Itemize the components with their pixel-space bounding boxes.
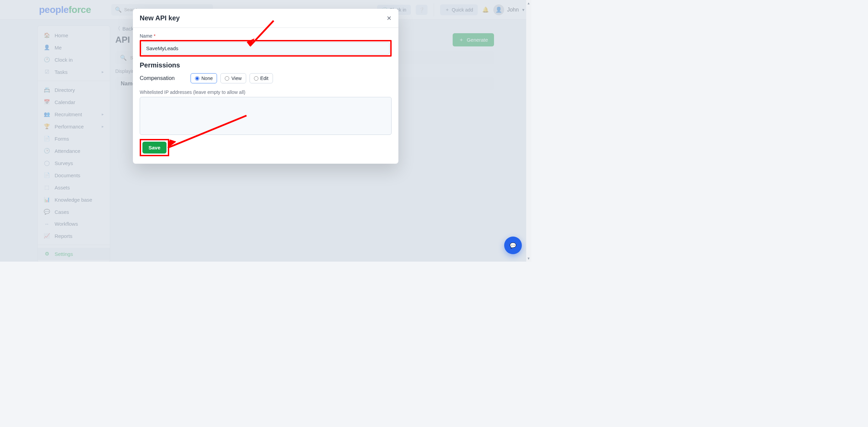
- perm-none-radio[interactable]: [195, 76, 199, 81]
- close-icon[interactable]: ✕: [387, 15, 392, 22]
- save-button[interactable]: Save: [142, 142, 166, 154]
- whitelist-textarea[interactable]: [140, 97, 392, 135]
- perm-view-label: View: [231, 76, 241, 81]
- new-api-key-modal: New API key ✕ Name * Permissions Compens…: [133, 9, 398, 164]
- name-field-label: Name *: [140, 33, 392, 39]
- name-highlight: [140, 40, 392, 57]
- perm-edit-radio[interactable]: [254, 76, 258, 81]
- perm-view-option[interactable]: View: [220, 73, 246, 83]
- perm-edit-label: Edit: [260, 76, 269, 81]
- compensation-label: Compensation: [140, 75, 180, 81]
- api-key-name-input[interactable]: [142, 42, 390, 55]
- intercom-chat-button[interactable]: 💬: [504, 237, 522, 254]
- whitelist-label: Whitelisted IP addresses (leave empty to…: [140, 89, 392, 95]
- scroll-down-icon[interactable]: ▼: [527, 257, 530, 260]
- save-highlight: Save: [140, 139, 169, 156]
- permissions-heading: Permissions: [140, 61, 392, 69]
- perm-view-radio[interactable]: [225, 76, 229, 81]
- chat-icon: 💬: [510, 242, 516, 249]
- required-asterisk: *: [154, 33, 155, 39]
- scrollbar[interactable]: ▲ ▼: [526, 0, 531, 262]
- modal-title: New API key: [140, 14, 180, 22]
- compensation-permission-row: Compensation None View Edit: [140, 73, 392, 83]
- perm-none-label: None: [201, 76, 213, 81]
- scroll-up-icon[interactable]: ▲: [527, 1, 530, 5]
- perm-none-option[interactable]: None: [191, 73, 217, 83]
- perm-edit-option[interactable]: Edit: [250, 73, 273, 83]
- name-label-text: Name: [140, 33, 152, 39]
